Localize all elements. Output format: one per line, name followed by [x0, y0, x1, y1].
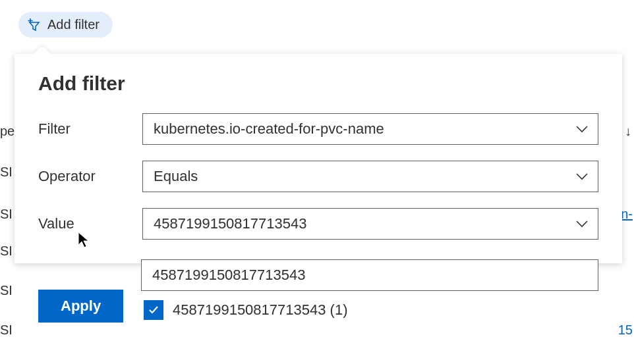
bg-row: SI — [0, 207, 13, 222]
bg-link[interactable]: n- — [621, 207, 633, 222]
bg-col-header: pe — [0, 124, 14, 139]
popover-title: Add filter — [38, 72, 598, 95]
operator-select-value: Equals — [154, 168, 198, 185]
value-search-input[interactable] — [141, 259, 598, 291]
value-select[interactable]: 4587199150817713543 — [142, 208, 598, 240]
filter-label: Filter — [38, 120, 142, 138]
value-label: Value — [38, 215, 142, 232]
value-select-value: 4587199150817713543 — [154, 215, 306, 232]
value-option-row[interactable]: 4587199150817713543 (1) — [141, 291, 598, 324]
add-filter-pill-label: Add filter — [47, 17, 100, 32]
chevron-down-icon — [575, 125, 589, 133]
filter-add-icon — [28, 18, 42, 32]
add-filter-pill[interactable]: Add filter — [18, 12, 113, 38]
filter-select[interactable]: kubernetes.io-created-for-pvc-name — [142, 113, 598, 145]
bg-row: SI — [0, 165, 13, 180]
operator-select[interactable]: Equals — [142, 161, 598, 192]
value-dropdown-panel: 4587199150817713543 (1) — [141, 259, 598, 324]
bg-sort-arrow: ↓ — [625, 124, 631, 139]
checkbox-checked[interactable] — [144, 300, 163, 320]
apply-button[interactable]: Apply — [38, 290, 123, 323]
bg-row: SI — [0, 323, 13, 338]
operator-label: Operator — [38, 168, 142, 185]
bg-link[interactable]: 15 — [618, 323, 633, 338]
value-option-label: 4587199150817713543 (1) — [173, 301, 347, 319]
chevron-down-icon — [575, 172, 589, 180]
add-filter-popover: Add filter Filter kubernetes.io-created-… — [14, 54, 622, 263]
check-icon — [148, 304, 159, 316]
chevron-down-icon — [575, 220, 589, 228]
bg-row: SI — [0, 244, 13, 259]
bg-row: SI — [0, 283, 13, 298]
filter-select-value: kubernetes.io-created-for-pvc-name — [154, 120, 384, 138]
